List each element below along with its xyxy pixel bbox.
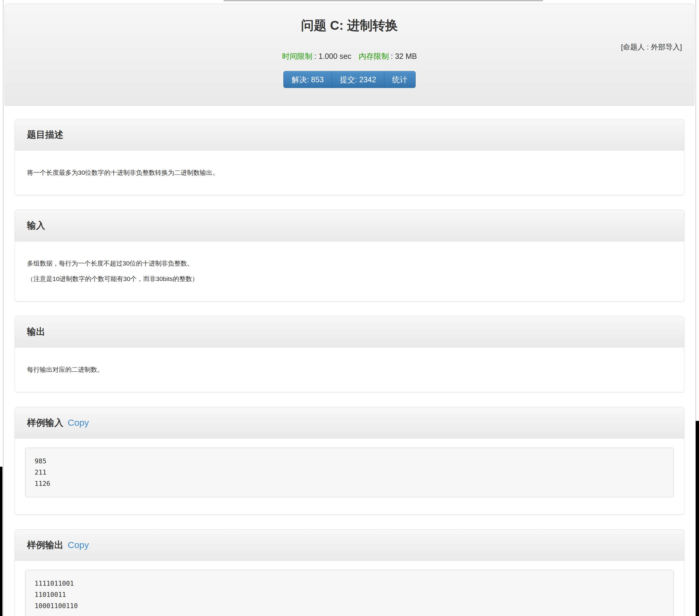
panel-description-title: 题目描述 — [15, 119, 684, 150]
page-title: 问题 C: 进制转换 — [12, 17, 687, 34]
sample-input-copy-link[interactable]: Copy — [68, 418, 89, 428]
page-wrapper: 问题 C: 进制转换 [命题人 : 外部导入] 时间限制: 1.000 sec内… — [3, 0, 696, 616]
panel-sample-input-body: 985 211 1126 — [15, 438, 684, 515]
panel-output-title: 输出 — [15, 316, 684, 348]
panel-input-title: 输入 — [15, 210, 684, 241]
panel-sample-output-heading: 样例输出Copy — [15, 529, 684, 561]
sample-input-title: 样例输入 — [27, 418, 63, 428]
memory-limit-value: : 32 MB — [391, 52, 417, 61]
top-edge-shadow — [224, 0, 543, 1]
panel-description-body: 将一个长度最多为30位数字的十进制非负整数转换为二进制数输出。 — [15, 150, 684, 195]
statistics-button[interactable]: 统计 — [384, 71, 416, 88]
panel-input: 输入 多组数据，每行为一个长度不超过30位的十进制非负整数。 （注意是10进制数… — [15, 210, 684, 301]
screen-edge-black-right — [696, 421, 699, 616]
screen-edge-black-left — [0, 467, 2, 616]
problem-content: 题目描述 将一个长度最多为30位数字的十进制非负整数转换为二进制数输出。 输入 … — [4, 106, 695, 616]
panel-sample-input-heading: 样例输入Copy — [15, 407, 684, 438]
panel-sample-input: 样例输入Copy 985 211 1126 — [15, 407, 684, 515]
memory-limit-label: 内存限制 — [359, 52, 389, 61]
sample-output-pre: 1111011001 11010011 10001100110 — [25, 570, 674, 616]
time-limit-label: 时间限制 — [282, 52, 313, 61]
author-note: [命题人 : 外部导入] — [12, 43, 687, 51]
input-text-line: 多组数据，每行为一个长度不超过30位的十进制非负整数。 — [27, 256, 672, 271]
buttons-row: 解决: 853 提交: 2342 统计 — [12, 71, 687, 88]
sample-output-copy-link[interactable]: Copy — [68, 540, 89, 550]
sample-output-title: 样例输出 — [27, 540, 63, 550]
time-limit-value: : 1.000 sec — [314, 52, 351, 61]
panel-input-body: 多组数据，每行为一个长度不超过30位的十进制非负整数。 （注意是10进制数字的个… — [15, 241, 684, 301]
panel-description: 题目描述 将一个长度最多为30位数字的十进制非负整数转换为二进制数输出。 — [15, 119, 684, 195]
panel-output: 输出 每行输出对应的二进制数。 — [15, 316, 684, 392]
output-text: 每行输出对应的二进制数。 — [27, 362, 672, 377]
sample-input-pre: 985 211 1126 — [25, 448, 674, 498]
panel-output-body: 每行输出对应的二进制数。 — [15, 348, 684, 392]
solved-count-button[interactable]: 解决: 853 — [283, 71, 332, 88]
submitted-count-button[interactable]: 提交: 2342 — [332, 71, 384, 88]
panel-sample-output: 样例输出Copy 1111011001 11010011 10001100110 — [15, 529, 684, 616]
description-text: 将一个长度最多为30位数字的十进制非负整数转换为二进制数输出。 — [27, 165, 672, 180]
problem-header: 问题 C: 进制转换 [命题人 : 外部导入] 时间限制: 1.000 sec内… — [4, 4, 695, 106]
limits-row: 时间限制: 1.000 sec内存限制: 32 MB — [12, 52, 687, 61]
panel-sample-output-body: 1111011001 11010011 10001100110 — [15, 561, 684, 616]
stats-button-group: 解决: 853 提交: 2342 统计 — [283, 71, 416, 88]
input-text-line: （注意是10进制数字的个数可能有30个，而非30bits的整数） — [27, 271, 672, 287]
